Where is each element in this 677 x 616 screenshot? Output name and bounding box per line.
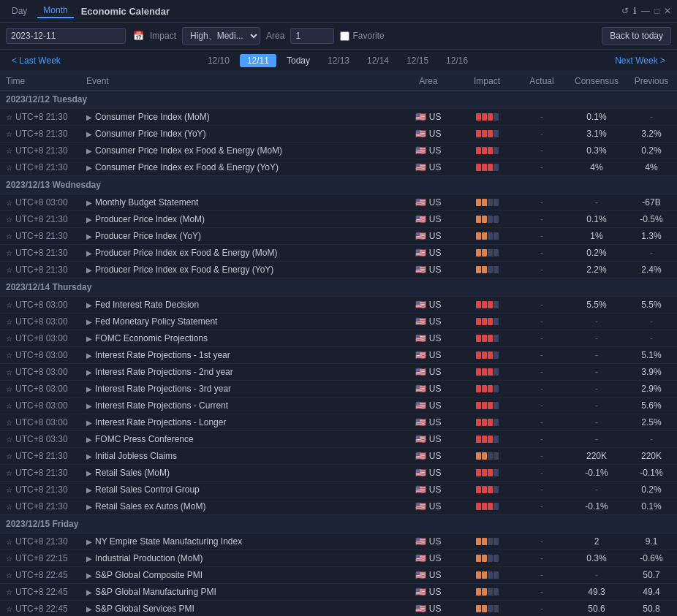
impact-select[interactable]: High、Medi...	[182, 27, 260, 45]
star-icon[interactable]: ☆	[6, 419, 12, 427]
nav-date-1[interactable]: 12/11	[240, 54, 276, 67]
star-icon[interactable]: ☆	[6, 249, 12, 257]
table-row: ☆UTC+8 22:45▶S&P Global Manufacturing PM…	[0, 584, 677, 601]
star-icon[interactable]: ☆	[6, 318, 12, 326]
chevron-right-icon[interactable]: ▶	[86, 351, 92, 360]
impact-cell	[458, 533, 516, 550]
star-icon[interactable]: ☆	[6, 605, 12, 613]
chevron-right-icon[interactable]: ▶	[86, 555, 92, 563]
chevron-right-icon[interactable]: ▶	[86, 164, 92, 172]
impact-cell	[458, 297, 516, 313]
chevron-right-icon[interactable]: ▶	[86, 216, 92, 224]
back-today-button[interactable]: Back to today	[602, 27, 671, 45]
nav-date-today[interactable]: Today	[279, 54, 317, 67]
table-row: ☆UTC+8 03:00▶Interest Rate Projections -…	[0, 364, 677, 381]
nav-date-0[interactable]: 12/10	[200, 54, 237, 67]
minimize-icon[interactable]: —	[641, 6, 650, 16]
chevron-right-icon[interactable]: ▶	[86, 130, 92, 138]
chevron-right-icon[interactable]: ▶	[86, 385, 92, 393]
star-icon[interactable]: ☆	[6, 469, 12, 477]
star-icon[interactable]: ☆	[6, 335, 12, 343]
time-cell: ☆UTC+8 21:30	[0, 465, 80, 482]
event-cell: ▶Producer Price Index ex Food & Energy (…	[80, 262, 399, 278]
close-icon[interactable]: ✕	[664, 6, 671, 16]
chevron-right-icon[interactable]: ▶	[86, 147, 92, 155]
chevron-right-icon[interactable]: ▶	[86, 571, 92, 579]
consensus-cell: -	[567, 381, 626, 398]
chevron-right-icon[interactable]: ▶	[86, 266, 92, 274]
chevron-right-icon[interactable]: ▶	[86, 588, 92, 596]
star-icon[interactable]: ☆	[6, 486, 12, 494]
previous-cell: -	[626, 330, 677, 347]
star-icon[interactable]: ☆	[6, 452, 12, 460]
maximize-icon[interactable]: □	[654, 6, 659, 16]
chevron-right-icon[interactable]: ▶	[86, 486, 92, 494]
star-icon[interactable]: ☆	[6, 113, 12, 121]
date-input[interactable]	[6, 28, 126, 44]
actual-cell: -	[516, 159, 567, 176]
calendar-icon[interactable]: 📅	[133, 31, 144, 41]
chevron-right-icon[interactable]: ▶	[86, 368, 92, 376]
info-icon[interactable]: ℹ	[633, 6, 637, 16]
chevron-right-icon[interactable]: ▶	[86, 113, 92, 121]
star-icon[interactable]: ☆	[6, 266, 12, 274]
nav-date-4[interactable]: 12/14	[360, 54, 396, 67]
last-week-button[interactable]: < Last Week	[6, 54, 67, 67]
chevron-right-icon[interactable]: ▶	[86, 199, 92, 207]
chevron-right-icon[interactable]: ▶	[86, 605, 92, 613]
star-icon[interactable]: ☆	[6, 199, 12, 207]
nav-date-3[interactable]: 12/13	[320, 54, 357, 67]
star-icon[interactable]: ☆	[6, 232, 12, 240]
chevron-right-icon[interactable]: ▶	[86, 452, 92, 460]
chevron-right-icon[interactable]: ▶	[86, 419, 92, 427]
star-icon[interactable]: ☆	[6, 351, 12, 360]
nav-date-5[interactable]: 12/15	[399, 54, 436, 67]
nav-date-6[interactable]: 12/16	[439, 54, 475, 67]
favorite-checkbox[interactable]	[340, 31, 349, 41]
chevron-right-icon[interactable]: ▶	[86, 469, 92, 477]
chevron-right-icon[interactable]: ▶	[86, 538, 92, 546]
tab-month[interactable]: Month	[37, 4, 73, 18]
chevron-right-icon[interactable]: ▶	[86, 318, 92, 326]
star-icon[interactable]: ☆	[6, 555, 12, 563]
star-icon[interactable]: ☆	[6, 503, 12, 511]
actual-cell: -	[516, 414, 567, 431]
star-icon[interactable]: ☆	[6, 130, 12, 138]
star-icon[interactable]: ☆	[6, 216, 12, 224]
calendar-table: Time Event Area Impact Actual Consensus …	[0, 72, 677, 616]
star-icon[interactable]: ☆	[6, 538, 12, 546]
chevron-right-icon[interactable]: ▶	[86, 301, 92, 309]
star-icon[interactable]: ☆	[6, 436, 12, 444]
star-icon[interactable]: ☆	[6, 164, 12, 172]
chevron-right-icon[interactable]: ▶	[86, 402, 92, 410]
next-week-button[interactable]: Next Week >	[609, 54, 671, 67]
star-icon[interactable]: ☆	[6, 368, 12, 376]
star-icon[interactable]: ☆	[6, 571, 12, 579]
star-icon[interactable]: ☆	[6, 588, 12, 596]
chevron-right-icon[interactable]: ▶	[86, 436, 92, 444]
time-cell: ☆UTC+8 21:30	[0, 262, 80, 278]
actual-cell: -	[516, 313, 567, 330]
consensus-cell: 220K	[567, 448, 626, 465]
star-icon[interactable]: ☆	[6, 301, 12, 309]
time-cell: ☆UTC+8 03:00	[0, 313, 80, 330]
table-row: ☆UTC+8 21:30▶Producer Price Index ex Foo…	[0, 262, 677, 278]
table-row: ☆UTC+8 21:30▶Producer Price Index ex Foo…	[0, 245, 677, 262]
chevron-right-icon[interactable]: ▶	[86, 503, 92, 511]
chevron-right-icon[interactable]: ▶	[86, 335, 92, 343]
event-cell: ▶Industrial Production (MoM)	[80, 550, 399, 567]
impact-cell	[458, 245, 516, 262]
favorite-checkbox-label[interactable]: Favorite	[340, 31, 384, 41]
star-icon[interactable]: ☆	[6, 147, 12, 155]
time-cell: ☆UTC+8 22:45	[0, 584, 80, 601]
actual-cell: -	[516, 194, 567, 211]
tab-day[interactable]: Day	[6, 4, 33, 18]
area-input[interactable]	[290, 28, 334, 44]
star-icon[interactable]: ☆	[6, 402, 12, 410]
star-icon[interactable]: ☆	[6, 385, 12, 393]
time-cell: ☆UTC+8 03:00	[0, 330, 80, 347]
chevron-right-icon[interactable]: ▶	[86, 232, 92, 240]
reload-icon[interactable]: ↺	[621, 6, 629, 16]
impact-cell	[458, 482, 516, 498]
chevron-right-icon[interactable]: ▶	[86, 249, 92, 257]
